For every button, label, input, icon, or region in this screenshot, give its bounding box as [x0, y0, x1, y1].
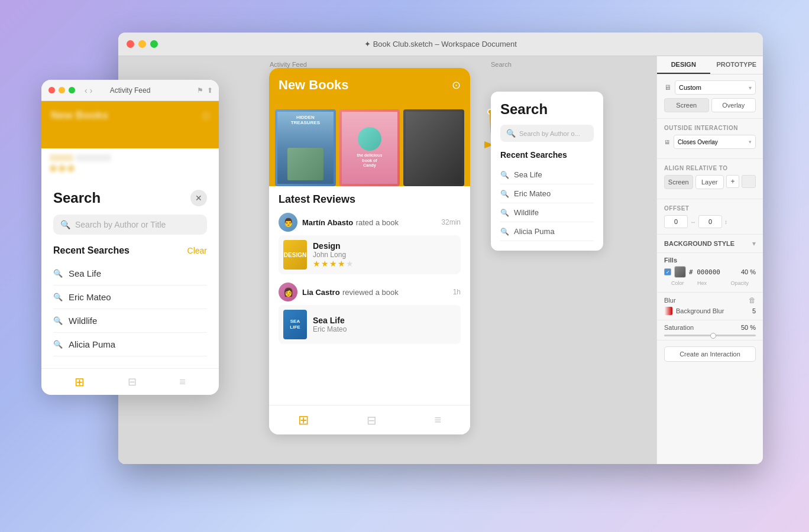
app-header: New Books ⊙ HIDDENTREASURES: [269, 68, 470, 186]
search-placeholder-modal: Search by Author or Title: [75, 220, 166, 229]
floating-share-icon[interactable]: ⬆: [207, 86, 213, 95]
recent-item-sealife[interactable]: 🔍 Sea Life: [53, 262, 207, 286]
search-text-alicia: Alicia Puma: [514, 227, 555, 236]
search-input-wrapper[interactable]: 🔍 Search by Author or Title: [53, 215, 207, 235]
review-header-1: 👨 Martín Abasto rated a book 32min: [279, 213, 461, 232]
floating-window-controls: [48, 87, 75, 93]
floating-nav-grid-icon[interactable]: ⊟: [128, 375, 137, 388]
closes-overlay-select[interactable]: Closes Overlay ▾: [674, 135, 756, 149]
tab-prototype[interactable]: PROTOTYPE: [710, 56, 763, 74]
saturation-percent: %: [750, 324, 756, 331]
search-text-wildlife: Wildlife: [514, 208, 539, 217]
nav-chart-icon[interactable]: ≡: [434, 413, 441, 427]
fill-checkbox[interactable]: ✓: [664, 268, 671, 275]
star-rating-design: ★★★★★: [313, 259, 354, 268]
right-panel: DESIGN PROTOTYPE 🖥 Custom ▾ Screen Overl…: [656, 56, 763, 464]
opacity-label: Opacity: [730, 280, 749, 286]
floating-close-dot[interactable]: [48, 87, 55, 93]
search-modal: Search ✕ 🔍 Search by Author or Title Rec…: [41, 178, 219, 368]
outside-interaction-section: Outside Interaction 🖥 Closes Overlay ▾: [657, 119, 763, 159]
layer-align-btn[interactable]: Layer: [695, 175, 724, 189]
search-icon-item-1: 🔍: [500, 171, 509, 179]
align-relative-label: Align relative to: [664, 165, 756, 171]
custom-row: 🖥 Custom ▾: [664, 80, 756, 95]
fill-color-swatch[interactable]: [674, 266, 686, 278]
recent-text-wildlife: Wildlife: [69, 316, 97, 326]
back-nav-btn[interactable]: ‹: [85, 86, 88, 95]
floating-app-title: New Books: [51, 109, 209, 122]
search-item-canvas-3[interactable]: 🔍 Wildlife: [500, 203, 594, 222]
search-overlay-title: Search: [500, 101, 594, 118]
align-plus-btn[interactable]: +: [726, 175, 739, 188]
offset-x-input[interactable]: [664, 215, 688, 228]
clear-btn[interactable]: Clear: [187, 246, 207, 255]
trash-icon[interactable]: 🗑: [749, 296, 756, 304]
offset-section: Offset ↔ ↕: [657, 199, 763, 235]
app-screen-main: New Books ⊙ HIDDENTREASURES: [269, 68, 470, 434]
search-header-icon[interactable]: ⊙: [452, 79, 461, 92]
search-input-box-canvas[interactable]: 🔍 Search by Author o...: [500, 125, 594, 142]
recent-item-wildlife[interactable]: 🔍 Wildlife: [53, 309, 207, 333]
book-info-sealife: Sea Life Eric Mateo: [313, 316, 347, 333]
forward-nav-btn[interactable]: ›: [90, 86, 93, 95]
reviewer-name-1: Martín Abasto rated a book: [302, 217, 399, 228]
create-interaction-btn[interactable]: Create an Interaction: [664, 346, 756, 362]
search-icon-canvas: 🔍: [506, 129, 516, 138]
lia-time: 1h: [453, 288, 461, 296]
reviewer-name-2: Lia Castro reviewed a book: [302, 287, 399, 297]
recent-item-alicia[interactable]: 🔍 Alicia Puma: [53, 333, 207, 356]
search-text-sealife: Sea Life: [514, 170, 542, 179]
floating-right-controls: ⚑ ⬆: [197, 86, 213, 95]
saturation-value: 50: [741, 324, 748, 331]
app-content-area: Latest Reviews 👨 Martín Abasto rated a b…: [269, 186, 470, 405]
recent-searches-title-canvas: Recent Searches: [500, 150, 594, 160]
search-icon-item-3: 🔍: [500, 209, 509, 217]
search-item-canvas-4[interactable]: 🔍 Alicia Puma: [500, 222, 594, 241]
tab-design[interactable]: DESIGN: [657, 56, 710, 74]
floating-maximize-dot[interactable]: [69, 87, 75, 93]
offset-y-input[interactable]: [698, 215, 722, 228]
floating-search-icon: ⊙: [202, 109, 211, 122]
app-header-title: New Books: [279, 77, 349, 93]
screen-btn[interactable]: Screen: [664, 98, 709, 112]
minimize-window-dot[interactable]: [138, 40, 146, 48]
background-style-chevron[interactable]: ▾: [752, 239, 756, 248]
books-row: HIDDENTREASURES the deliciousbook ofCand…: [275, 109, 464, 186]
book-title-sealife: Sea Life: [313, 316, 347, 325]
book-title-design: Design: [313, 241, 354, 251]
floating-nav-books-icon[interactable]: ⊞: [75, 375, 85, 389]
saturation-slider[interactable]: [664, 335, 756, 336]
search-icon-modal: 🔍: [60, 220, 70, 229]
floating-minimize-dot[interactable]: [59, 87, 65, 93]
close-window-dot[interactable]: [127, 40, 134, 48]
nav-grid-icon[interactable]: ⊟: [367, 413, 377, 427]
book-thumb-design: DESIGN: [283, 240, 307, 270]
maximize-window-dot[interactable]: [150, 40, 158, 48]
book-mini-design: DESIGN Design John Long ★★★★★: [279, 235, 461, 274]
custom-select[interactable]: Custom ▾: [675, 80, 756, 95]
hex-label: Hex: [697, 280, 728, 286]
search-item-canvas-2[interactable]: 🔍 Eric Mateo: [500, 184, 594, 203]
search-item-canvas-1[interactable]: 🔍 Sea Life: [500, 166, 594, 184]
background-blur-label: Background Blur: [676, 307, 724, 314]
background-style-title: BACKGROUND STYLE: [664, 240, 734, 247]
reviewer-info-1: 👨 Martín Abasto rated a book: [279, 213, 399, 232]
search-placeholder-canvas: Search by Author o...: [519, 130, 580, 137]
floating-titlebar: ‹ › Activity Feed ⚑ ⬆: [41, 80, 219, 101]
floating-bookmark-icon[interactable]: ⚑: [197, 86, 203, 95]
overlay-btn[interactable]: Overlay: [711, 98, 756, 112]
close-search-btn[interactable]: ✕: [190, 190, 207, 206]
floating-window-title: Activity Feed: [110, 86, 151, 95]
saturation-slider-thumb[interactable]: [710, 333, 716, 339]
fills-label: Fills: [664, 257, 677, 264]
closes-overlay-row: 🖥 Closes Overlay ▾: [664, 135, 756, 149]
recent-item-ericmateo[interactable]: 🔍 Eric Mateo: [53, 286, 207, 309]
nav-books-icon[interactable]: ⊞: [298, 413, 309, 428]
recent-text-alicia: Alicia Puma: [69, 339, 115, 349]
avatar-martin: 👨: [279, 213, 297, 232]
screen-align-btn[interactable]: Screen: [664, 175, 693, 189]
floating-nav-btns: ‹ ›: [85, 86, 92, 95]
outside-interaction-label: Outside Interaction: [664, 125, 756, 131]
background-style-header: BACKGROUND STYLE ▾: [657, 235, 763, 253]
floating-nav-chart-icon[interactable]: ≡: [179, 376, 186, 388]
